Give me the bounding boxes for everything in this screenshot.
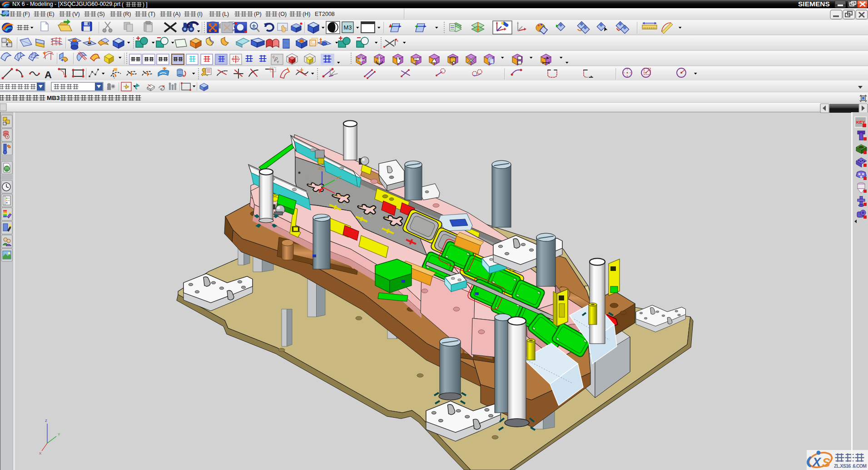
- svg-text:ET2008: ET2008: [315, 11, 335, 17]
- svg-text:(H): (H): [303, 11, 310, 17]
- svg-text:X: X: [39, 451, 42, 455]
- svg-text:X: X: [812, 455, 822, 469]
- svg-text:ZL.XS1616.COM: ZL.XS1616.COM: [834, 463, 867, 469]
- svg-text:(R): (R): [123, 11, 131, 17]
- svg-text:(P): (P): [254, 11, 262, 17]
- svg-text:(A): (A): [173, 11, 181, 17]
- svg-text:(E): (E): [47, 11, 55, 17]
- svg-text:ZC: ZC: [318, 166, 324, 170]
- svg-text:(I): (I): [197, 11, 203, 17]
- svg-text:(L): (L): [222, 11, 229, 17]
- svg-text:(F): (F): [23, 11, 30, 17]
- svg-text:Y: Y: [58, 432, 60, 436]
- svg-text:(S): (S): [97, 11, 105, 17]
- svg-text:X: X: [306, 176, 309, 180]
- svg-text:(O): (O): [278, 11, 287, 17]
- svg-text:) ]: ) ]: [143, 1, 148, 8]
- svg-text:MB3: MB3: [47, 95, 60, 101]
- svg-text:SIEMENS: SIEMENS: [798, 0, 830, 8]
- svg-text:Z: Z: [45, 419, 47, 423]
- svg-text:NX 6 - Modeling - [XSQCJGUG60-: NX 6 - Modeling - [XSQCJGUG60-0029.prt: [12, 1, 121, 7]
- svg-text:(V): (V): [72, 11, 80, 17]
- svg-text:(: (: [122, 1, 124, 8]
- svg-text:M3: M3: [343, 24, 352, 31]
- svg-text:A: A: [45, 69, 52, 80]
- svg-text:x: x: [397, 39, 398, 43]
- svg-text:XC: XC: [336, 194, 342, 198]
- svg-text:(T): (T): [148, 11, 155, 17]
- svg-text:S: S: [822, 456, 830, 470]
- svg-text:YC: YC: [336, 175, 342, 180]
